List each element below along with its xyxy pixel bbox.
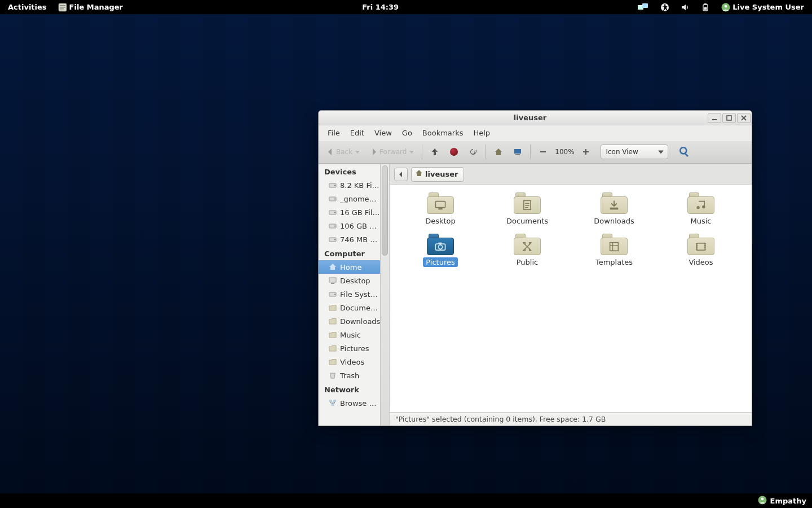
folder-item[interactable]: Music [661, 192, 740, 226]
svg-rect-17 [540, 151, 546, 152]
path-segment-liveuser[interactable]: liveuser [411, 167, 464, 182]
sidebar-item[interactable]: 106 GB … [319, 219, 380, 233]
nav-up-button[interactable] [427, 144, 443, 160]
sidebar-item[interactable]: Videos [319, 355, 380, 369]
drive-icon [329, 181, 337, 189]
volume-icon[interactable] [676, 0, 694, 14]
folder-view[interactable]: DesktopDocumentsDownloadsMusicPicturesPu… [390, 185, 752, 412]
folder-item[interactable]: Desktop [401, 192, 480, 226]
sidebar-item-label: File Syst… [340, 290, 378, 299]
folder-label: Downloads [591, 216, 637, 226]
menu-file[interactable]: File [323, 128, 345, 138]
active-app-button[interactable]: File Manager [54, 0, 127, 14]
empathy-label[interactable]: Empathy [770, 497, 806, 505]
go-computer-button[interactable] [510, 144, 526, 160]
sidebar-item[interactable]: File Syst… [319, 287, 380, 301]
clock[interactable]: Fri 14:39 [358, 0, 403, 14]
menu-edit[interactable]: Edit [346, 128, 369, 138]
statusbar: "Pictures" selected (containing 0 items)… [390, 412, 752, 426]
path-history-button[interactable] [394, 168, 408, 181]
sidebar-item[interactable]: Docume… [319, 301, 380, 314]
sidebar-item-label: 16 GB Fil… [340, 208, 380, 217]
activities-button[interactable]: Activities [3, 0, 51, 14]
folder-label: Documents [504, 216, 551, 226]
folder-label: Pictures [423, 257, 457, 267]
svg-rect-36 [330, 373, 336, 374]
sidebar-item[interactable]: 16 GB Fil… [319, 205, 380, 219]
folder-item[interactable]: Downloads [575, 192, 654, 226]
stop-icon [450, 148, 458, 156]
folder-icon [329, 358, 337, 366]
svg-point-23 [334, 185, 336, 186]
folder-item[interactable]: Documents [488, 192, 567, 226]
window-maximize-button[interactable] [722, 113, 736, 123]
sidebar-item[interactable]: Trash [319, 369, 380, 382]
menu-go[interactable]: Go [398, 128, 417, 138]
sidebar-item-label: Videos [340, 358, 364, 366]
nav-reload-button[interactable] [465, 144, 481, 160]
nav-forward-label: Forward [379, 148, 407, 156]
sidebar-item[interactable]: Desktop [319, 274, 380, 287]
zoom-out-button[interactable] [535, 144, 551, 160]
network-status-icon[interactable] [633, 0, 654, 14]
view-mode-label: Icon View [606, 148, 638, 156]
folder-icon [601, 192, 628, 214]
sidebar-item-label: Trash [340, 371, 359, 380]
sidebar-scroll-thumb[interactable] [382, 165, 388, 256]
path-bar: liveuser [390, 164, 752, 185]
toolbar-separator [530, 144, 531, 159]
sidebar-header: Devices [319, 164, 380, 178]
sidebar-item[interactable]: Downloads [319, 314, 380, 328]
user-menu[interactable]: Live System User [717, 0, 809, 14]
empathy-status-icon[interactable] [758, 496, 767, 506]
svg-rect-9 [704, 3, 707, 5]
svg-rect-13 [712, 119, 717, 120]
toolbar: Back Forward 100% [319, 140, 752, 164]
sidebar-item[interactable]: Music [319, 328, 380, 341]
nav-forward-button[interactable]: Forward [367, 144, 417, 160]
sidebar-item-label: Home [340, 263, 361, 271]
folder-icon [329, 331, 337, 339]
svg-rect-1 [60, 5, 65, 6]
view-mode-select[interactable]: Icon View [601, 144, 668, 159]
menu-bookmarks[interactable]: Bookmarks [418, 128, 468, 138]
folder-item[interactable]: Public [488, 234, 567, 267]
accessibility-icon[interactable] [656, 0, 674, 14]
active-app-label: File Manager [69, 3, 123, 11]
folder-icon [329, 304, 337, 312]
svg-rect-15 [514, 149, 521, 154]
svg-point-31 [334, 239, 336, 240]
svg-point-12 [725, 5, 727, 7]
folder-icon [329, 344, 337, 352]
window-minimize-button[interactable] [708, 113, 721, 123]
window-titlebar[interactable]: liveuser [319, 111, 752, 125]
zoom-in-button[interactable] [578, 144, 594, 160]
sidebar-item-label: Music [340, 331, 361, 339]
svg-rect-19 [585, 149, 586, 155]
folder-item[interactable]: Videos [661, 234, 740, 267]
nav-stop-button[interactable] [446, 144, 462, 160]
battery-icon[interactable] [696, 0, 714, 14]
sidebar-item[interactable]: Browse … [319, 396, 380, 410]
sidebar-item[interactable]: Home [319, 260, 380, 274]
sidebar-item[interactable]: _gnome… [319, 192, 380, 205]
sidebar-item[interactable]: Pictures [319, 341, 380, 355]
activities-label: Activities [8, 3, 47, 11]
bottom-panel: Empathy [0, 493, 812, 508]
path-segment-label: liveuser [425, 170, 458, 178]
svg-rect-5 [642, 3, 648, 8]
search-button[interactable] [676, 144, 693, 160]
svg-point-25 [334, 199, 336, 200]
sidebar-scrollbar[interactable] [380, 164, 389, 426]
nav-back-button[interactable]: Back [323, 144, 363, 160]
go-home-button[interactable] [491, 144, 506, 160]
sidebar-item[interactable]: 8.2 KB Fi… [319, 178, 380, 192]
menu-view[interactable]: View [370, 128, 396, 138]
window-close-button[interactable] [737, 113, 751, 123]
sidebar-item[interactable]: 746 MB … [319, 233, 380, 246]
drive-icon [329, 235, 337, 243]
drive-icon [329, 290, 337, 298]
folder-item[interactable]: Pictures [401, 234, 480, 267]
menu-help[interactable]: Help [469, 128, 495, 138]
folder-item[interactable]: Templates [575, 234, 654, 267]
